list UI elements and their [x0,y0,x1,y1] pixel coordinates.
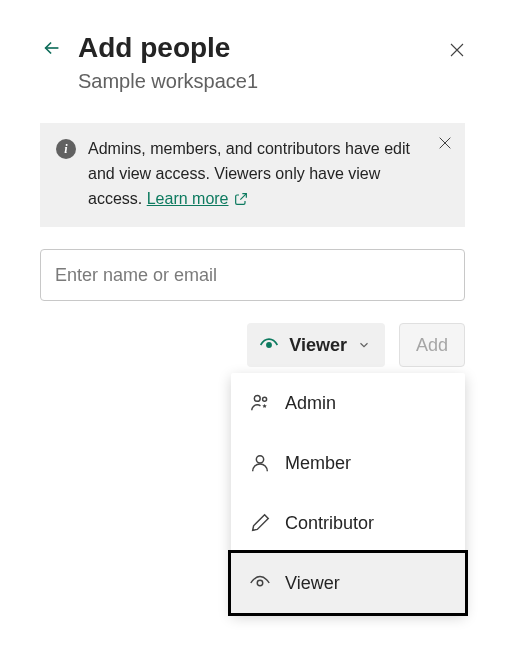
viewer-icon [249,572,271,594]
role-dropdown-trigger[interactable]: Viewer [247,323,385,367]
member-icon [249,452,271,474]
role-option-contributor[interactable]: Contributor [231,493,465,553]
viewer-icon [259,335,279,355]
add-button[interactable]: Add [399,323,465,367]
workspace-subtitle: Sample workspace1 [78,70,465,93]
role-option-viewer[interactable]: Viewer [231,553,465,613]
contributor-icon [249,512,271,534]
page-title: Add people [78,32,230,64]
role-option-member[interactable]: Member [231,433,465,493]
close-icon [448,41,466,59]
back-button[interactable] [40,36,64,60]
svg-point-1 [254,396,260,402]
learn-more-link[interactable]: Learn more [147,187,249,212]
svg-point-0 [267,343,271,347]
dismiss-banner-button[interactable] [437,135,453,151]
role-dropdown: Admin Member Contributor Viewer [231,373,465,613]
people-input[interactable] [40,249,465,301]
info-banner: i Admins, members, and contributors have… [40,123,465,227]
info-text: Admins, members, and contributors have e… [88,137,449,211]
external-link-icon [233,191,249,207]
close-icon [437,135,453,151]
svg-point-4 [257,581,263,587]
role-option-admin[interactable]: Admin [231,373,465,433]
svg-point-2 [263,398,267,402]
arrow-left-icon [41,37,63,59]
admin-icon [249,392,271,414]
info-icon: i [56,139,76,159]
svg-point-3 [256,456,263,463]
close-panel-button[interactable] [445,38,469,62]
chevron-down-icon [357,338,371,352]
